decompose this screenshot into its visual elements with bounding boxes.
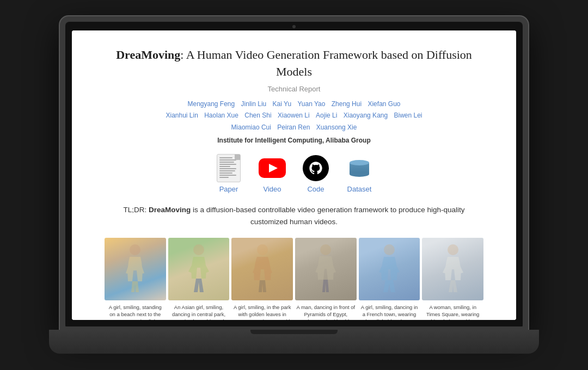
gallery-image-6 — [422, 238, 483, 300]
author-4: Yuan Yao — [297, 100, 325, 108]
tldr-section: TL;DR: DreaMoving is a diffusion-based c… — [105, 204, 483, 227]
svg-point-4 — [384, 244, 395, 255]
gallery-caption-5: A girl, smiling, dancing in a French tow… — [359, 304, 420, 320]
author-15: Peiran Ren — [277, 124, 310, 131]
title-rest: : A Human Video Generation Framework bas… — [180, 48, 472, 78]
db-cylinder — [350, 160, 369, 177]
gallery-img-inner-2 — [168, 238, 230, 300]
gallery-caption-1: A girl, smiling, standing on a beach nex… — [105, 304, 166, 320]
authors-line1: Mengyang Feng Jinlin Liu Kai Yu Yuan Yao… — [105, 98, 483, 110]
page-scroll[interactable]: DreaMoving: A Human Video Generation Fra… — [72, 30, 516, 320]
author-7: Xianhui Lin — [166, 112, 198, 119]
paper-icon — [217, 154, 241, 182]
gallery-caption-2: An Asian girl, smiling, dancing in centr… — [168, 304, 230, 320]
author-14: Miaomiao Cui — [231, 124, 271, 131]
authors-line2: Xianhui Lin Haolan Xue Chen Shi Xiaowen … — [105, 110, 483, 122]
brand-name: DreaMoving — [116, 48, 180, 61]
tldr-text: is a diffusion-based controllable video … — [191, 206, 464, 226]
tldr-brand: DreaMoving — [149, 206, 191, 214]
person-silhouette-6 — [439, 243, 467, 295]
subtitle: Technical Report — [105, 85, 483, 93]
gallery-image-1 — [105, 238, 166, 300]
video-label: Video — [263, 185, 281, 193]
db-bottom — [350, 171, 369, 177]
author-16: Xuansong Xie — [316, 124, 357, 131]
svg-point-5 — [448, 244, 458, 255]
code-link[interactable]: Code — [302, 154, 330, 193]
laptop: DreaMoving: A Human Video Generation Fra… — [60, 16, 528, 354]
youtube-play-triangle — [269, 164, 278, 172]
institution: Institute for Intelligent Computing, Ali… — [105, 137, 483, 144]
person-silhouette-1 — [121, 243, 149, 295]
authors: Mengyang Feng Jinlin Liu Kai Yu Yuan Yao… — [105, 98, 483, 134]
gallery-img-inner-1 — [105, 238, 166, 300]
person-silhouette-4 — [312, 243, 339, 295]
dataset-icon — [347, 155, 371, 181]
author-9: Chen Shi — [244, 112, 271, 119]
gallery-item-2: An Asian girl, smiling, dancing in centr… — [168, 238, 230, 320]
laptop-hinge — [250, 330, 338, 334]
youtube-icon — [259, 158, 286, 178]
svg-point-3 — [320, 244, 331, 255]
author-5: Zheng Hui — [332, 100, 362, 108]
person-silhouette-5 — [376, 243, 403, 295]
person-silhouette-3 — [249, 243, 276, 295]
author-13: Biwen Lei — [394, 112, 422, 119]
laptop-base — [49, 330, 539, 354]
laptop-screen-housing: DreaMoving: A Human Video Generation Fra… — [60, 16, 528, 332]
author-1: Mengyang Feng — [187, 100, 235, 108]
gallery-item-1: A girl, smiling, standing on a beach nex… — [105, 238, 166, 320]
tldr-prefix: TL;DR: — [123, 206, 149, 214]
links-row: Paper Video — [105, 154, 483, 193]
gallery-img-inner-6 — [422, 238, 483, 300]
webcam — [292, 25, 296, 28]
svg-point-1 — [193, 244, 204, 255]
gallery-img-inner-4 — [295, 238, 357, 300]
gallery-item-6: A woman, smiling, in Times Square, weari… — [422, 238, 483, 320]
person-silhouette-2 — [185, 243, 212, 295]
gallery-item-3: A girl, smiling, in the park with golden… — [231, 238, 293, 320]
author-8: Haolan Xue — [204, 112, 238, 119]
screen-bezel: DreaMoving: A Human Video Generation Fra… — [65, 22, 523, 326]
gallery-caption-3: A girl, smiling, in the park with golden… — [231, 304, 293, 320]
gallery-image-4 — [295, 238, 357, 300]
dataset-label: Dataset — [347, 185, 372, 193]
db-top — [350, 160, 369, 165]
svg-point-2 — [257, 244, 268, 255]
gallery-item-5: A girl, smiling, dancing in a French tow… — [359, 238, 420, 320]
gallery-img-inner-5 — [359, 238, 420, 300]
page-title: DreaMoving: A Human Video Generation Fra… — [105, 47, 483, 81]
youtube-icon-container — [258, 154, 286, 182]
github-icon-container — [302, 154, 330, 182]
code-label: Code — [307, 185, 324, 193]
author-6: Xiefan Guo — [367, 100, 400, 108]
gallery-caption-6: A woman, smiling, in Times Square, weari… — [422, 304, 483, 320]
github-svg — [308, 161, 323, 176]
dataset-icon-container — [345, 154, 373, 182]
author-11: Aojie Li — [316, 112, 337, 119]
gallery: A girl, smiling, standing on a beach nex… — [105, 238, 483, 320]
paper-icon-container — [215, 154, 243, 182]
screen-content: DreaMoving: A Human Video Generation Fra… — [72, 30, 516, 320]
github-icon — [303, 155, 329, 181]
gallery-image-2 — [168, 238, 230, 300]
paper-label: Paper — [219, 185, 238, 193]
author-2: Jinlin Liu — [241, 100, 267, 108]
author-12: Xiaoyang Kang — [344, 112, 388, 119]
author-3: Kai Yu — [273, 100, 291, 108]
video-link[interactable]: Video — [258, 154, 286, 193]
svg-point-0 — [130, 244, 140, 255]
authors-line3: Miaomiao Cui Peiran Ren Xuansong Xie — [105, 122, 483, 134]
gallery-image-3 — [231, 238, 293, 300]
author-10: Xiaowen Li — [278, 112, 310, 119]
gallery-img-inner-3 — [231, 238, 293, 300]
gallery-item-4: A man, dancing in front of Pyramids of E… — [295, 238, 357, 320]
dataset-link[interactable]: Dataset — [345, 154, 373, 193]
gallery-caption-4: A man, dancing in front of Pyramids of E… — [295, 304, 357, 320]
gallery-image-5 — [359, 238, 420, 300]
paper-link[interactable]: Paper — [215, 154, 243, 193]
